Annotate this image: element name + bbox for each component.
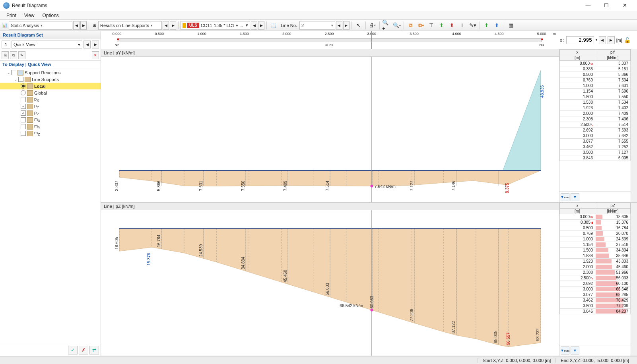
- py-icon: [27, 104, 33, 109]
- analysis-prev[interactable]: ◀: [73, 21, 80, 30]
- menu-options[interactable]: Options: [38, 12, 62, 19]
- max-button[interactable]: ▼max: [561, 347, 569, 354]
- tree-my[interactable]: mY: [0, 123, 101, 130]
- tool2-icon[interactable]: ⧉▾: [416, 21, 426, 30]
- radio[interactable]: [21, 90, 26, 95]
- my-icon: [27, 124, 33, 130]
- line-no-combo[interactable]: 2 ▾: [299, 21, 335, 30]
- tool1-icon[interactable]: ⧉: [406, 21, 416, 30]
- col-x: x: [560, 50, 595, 55]
- radio-selected[interactable]: [21, 83, 26, 89]
- window-title: Result Diagrams: [12, 3, 579, 8]
- tree-mz[interactable]: mZ: [0, 130, 101, 137]
- tool3-icon[interactable]: ⊤: [427, 21, 436, 30]
- checkbox-checked[interactable]: ✓: [21, 110, 26, 116]
- chart2-table[interactable]: xpZ [m][kN/m] 0.000⧉18.6050.385▮15.3760.…: [559, 203, 631, 345]
- x-next[interactable]: ▶: [608, 36, 615, 44]
- tree-mx[interactable]: mX: [0, 116, 101, 123]
- lock-icon[interactable]: 🔓: [624, 37, 631, 43]
- tree-px[interactable]: pX: [0, 96, 101, 103]
- tool4-icon[interactable]: ⬍: [437, 21, 447, 30]
- ruler-scale[interactable]: 0.0000.5001.0001.5002.0002.5003.0003.500…: [117, 31, 542, 49]
- results-combo[interactable]: Results on Line Supports ▾: [98, 21, 162, 30]
- check-all-icon[interactable]: ✓: [68, 346, 78, 354]
- collapse-icon[interactable]: ⌄: [6, 71, 11, 75]
- chart1-body[interactable]: 7.642 kN/m3.3375.8667.6317.5507.4097.514…: [101, 57, 559, 202]
- svg-text:3.337: 3.337: [115, 180, 119, 191]
- tree-label: Global: [34, 91, 47, 95]
- quickview-combo[interactable]: Quick View ▾: [12, 41, 82, 48]
- tree-py[interactable]: ✓ pY: [0, 103, 101, 110]
- close-button[interactable]: ✕: [616, 0, 634, 11]
- results-prev[interactable]: ◀: [163, 21, 169, 30]
- set-number-input[interactable]: [2, 41, 10, 48]
- chart2-body[interactable]: 66.542 kN/m18.60516.78424.53934.83445.46…: [101, 210, 559, 356]
- menu-print[interactable]: Print: [2, 12, 20, 19]
- select-icon[interactable]: ⬚: [269, 21, 278, 30]
- analysis-combo[interactable]: Static Analysis ▾: [9, 21, 72, 30]
- app-icon: [3, 2, 10, 9]
- scrollbar[interactable]: [631, 203, 637, 356]
- tree-line-supports[interactable]: ⌄ Line Supports: [0, 76, 101, 83]
- delete-set-icon[interactable]: ✕: [92, 51, 99, 59]
- line-prev[interactable]: ◀: [336, 21, 342, 30]
- checkbox-checked[interactable]: ✓: [21, 104, 26, 109]
- tool8-icon[interactable]: ⬆: [482, 21, 491, 30]
- uncheck-all-icon[interactable]: ✗: [79, 346, 88, 354]
- checkbox[interactable]: [21, 131, 26, 136]
- cursor-marker[interactable]: [371, 31, 372, 49]
- results-next[interactable]: ▶: [170, 21, 176, 30]
- line-next[interactable]: ▶: [343, 21, 350, 30]
- tool6-icon[interactable]: ⫴: [458, 21, 467, 30]
- checkbox[interactable]: [21, 97, 26, 102]
- x-value-input[interactable]: [566, 36, 594, 44]
- minimize-button[interactable]: —: [579, 0, 597, 11]
- max-button[interactable]: ▼max: [561, 193, 569, 201]
- checkbox[interactable]: [21, 124, 26, 129]
- col-xu: [m]: [560, 55, 595, 61]
- chevron-down-icon[interactable]: ▾: [596, 38, 597, 42]
- results-label: Results on Line Supports: [100, 23, 149, 28]
- maximize-button[interactable]: ☐: [597, 0, 616, 11]
- filter-button[interactable]: ▼: [571, 347, 579, 354]
- tree-global[interactable]: Global: [0, 89, 101, 96]
- support-icon: [17, 70, 23, 76]
- checkbox[interactable]: [21, 117, 26, 122]
- tool10-icon[interactable]: ▦: [506, 21, 516, 30]
- end-marker: ♦: [541, 37, 543, 41]
- copy-set-icon[interactable]: ⧉: [10, 51, 17, 59]
- print-icon[interactable]: 🖨▾: [368, 21, 377, 30]
- menu-view[interactable]: View: [20, 12, 39, 19]
- loadcase-prev[interactable]: ◀: [251, 21, 257, 30]
- tree-label: Local: [34, 84, 46, 89]
- svg-text:15.376: 15.376: [147, 253, 151, 265]
- tool7-icon[interactable]: ✎▾: [468, 21, 478, 30]
- filter-button[interactable]: ▼: [571, 193, 579, 201]
- loadcase-next[interactable]: ▶: [258, 21, 264, 30]
- tree-support-reactions[interactable]: ⌄ Support Reactions: [0, 69, 101, 76]
- quick-next[interactable]: ▶: [92, 41, 99, 48]
- tree-pz[interactable]: ✓ pZ: [0, 110, 101, 116]
- checkbox[interactable]: [11, 70, 16, 75]
- new-set-icon[interactable]: ⎘: [2, 51, 9, 59]
- quick-prev[interactable]: ◀: [84, 41, 91, 48]
- svg-text:7.409: 7.409: [283, 180, 287, 191]
- quickview-label: Quick View: [14, 42, 35, 47]
- chart1-table[interactable]: xpY [m][kN/m] 0.000⧉3.3370.3855.1510.500…: [559, 49, 631, 192]
- analysis-next[interactable]: ▶: [80, 21, 87, 30]
- tree-local[interactable]: Local: [0, 83, 101, 89]
- px-icon: [27, 97, 33, 103]
- chevron-down-icon: ▾: [41, 23, 43, 27]
- toggle-all-icon[interactable]: ⇄: [89, 346, 99, 354]
- tool5-icon[interactable]: ⬍: [447, 21, 457, 30]
- checkbox[interactable]: [18, 77, 23, 82]
- pick-icon[interactable]: ↖: [354, 21, 363, 30]
- loadcase-combo[interactable]: ULS CO11 1.35 * LC1 + ... ▾: [181, 21, 250, 30]
- x-prev[interactable]: ◀: [599, 36, 606, 44]
- collapse-icon[interactable]: ⌄: [14, 77, 18, 81]
- zoom-out-icon[interactable]: 🔍-: [392, 21, 402, 30]
- tool9-icon[interactable]: ⬆: [492, 21, 502, 30]
- scrollbar[interactable]: [631, 49, 637, 202]
- edit-set-icon[interactable]: ✎: [18, 51, 25, 59]
- zoom-in-icon[interactable]: 🔍+: [382, 21, 391, 30]
